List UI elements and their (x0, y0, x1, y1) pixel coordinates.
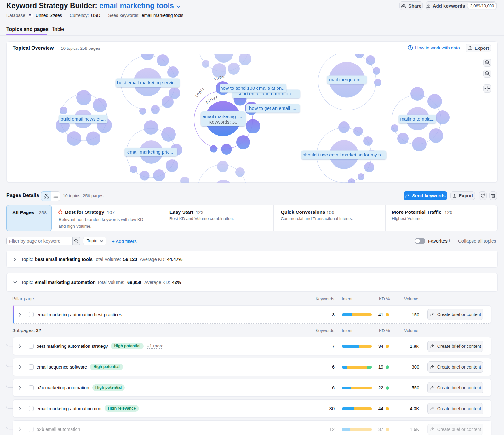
svg-text:mailing templa...: mailing templa... (400, 116, 434, 121)
svg-text:email marketing prici...: email marketing prici... (127, 149, 175, 155)
svg-text:?: ? (409, 46, 411, 49)
svg-text:mail merge em...: mail merge em... (329, 77, 364, 82)
svg-text:how to send 100 emails at on..: how to send 100 emails at on... (220, 85, 286, 91)
svg-text:Keywords: 30: Keywords: 30 (209, 119, 238, 125)
svg-text:email marketing ti...: email marketing ti... (203, 114, 243, 119)
svg-text:topic: topic (194, 86, 206, 98)
svg-text:should i use email marketing f: should i use email marketing for my s... (303, 152, 385, 157)
svg-text:how to get an email l...: how to get an email l... (249, 105, 296, 111)
svg-text:build email newslett...: build email newslett... (60, 116, 106, 121)
svg-text:best email marketing servic...: best email marketing servic... (117, 80, 178, 85)
